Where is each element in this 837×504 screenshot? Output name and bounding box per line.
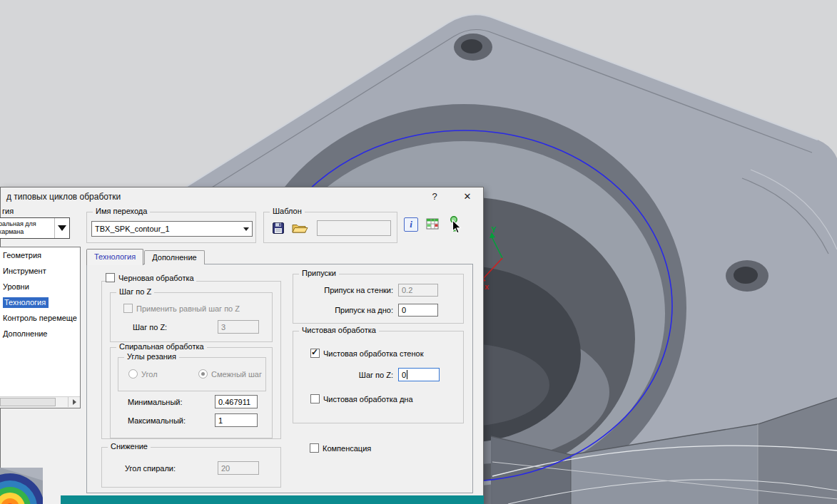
sidebar-item-addition[interactable]: Дополнение — [0, 326, 80, 341]
step-z-value: 3 — [221, 323, 225, 331]
strategy-dropdown-value: ральная для кармана — [0, 218, 54, 238]
step-z-group-label: Шаг по Z — [116, 287, 154, 296]
app-screen: Y x д типовых циклов обработки ? ✕ гия р… — [0, 0, 837, 504]
template-group: Шаблон — [263, 212, 397, 243]
adjacent-step-radio-row[interactable]: Смежный шаг — [198, 369, 262, 379]
finish-walls-checkbox-row[interactable]: Чистовая обработка стенок — [310, 349, 426, 358]
sidebar-item-motion-control[interactable]: Контроль перемеще — [0, 310, 80, 326]
combobox-arrow[interactable] — [240, 222, 252, 236]
finishing-group: Чистовая обработка Чистовая обработка ст… — [293, 331, 464, 423]
chevron-down-icon — [243, 227, 249, 231]
operation-name-group: Имя перехода TBX_SPK_contour_1 — [86, 212, 256, 243]
info-icon: i — [410, 219, 412, 230]
info-button[interactable]: i — [404, 217, 418, 232]
save-icon — [271, 221, 285, 235]
strategy-dropdown[interactable]: ральная для кармана — [0, 217, 70, 239]
status-strip — [61, 495, 484, 504]
chevron-down-icon — [58, 225, 66, 231]
angle-radio-row[interactable]: Угол — [128, 369, 158, 379]
operation-name-group-label: Имя перехода — [93, 207, 150, 215]
parameters-table-button[interactable] — [425, 216, 440, 232]
cutting-angles-group: Углы резания Угол Смежный шаг — [118, 357, 266, 391]
operation-name-combobox[interactable]: TBX_SPK_contour_1 — [91, 221, 253, 237]
adjacent-step-radio-label: Смежный шаг — [211, 370, 262, 379]
min-value: 0.467911 — [218, 398, 250, 406]
min-field[interactable]: 0.467911 — [215, 395, 258, 408]
sidebar-item-tool[interactable]: Инструмент — [0, 263, 80, 279]
spiral-angle-field[interactable]: 20 — [218, 461, 259, 475]
finishing-group-label: Чистовая обработка — [299, 326, 379, 334]
cycle-wizard-dialog: д типовых циклов обработки ? ✕ гия ральн… — [0, 187, 484, 504]
compensation-checkbox-row[interactable]: Компенсация — [310, 443, 373, 453]
bottom-allowance-field[interactable]: 0 — [398, 304, 438, 317]
load-template-button[interactable] — [291, 221, 308, 235]
close-button[interactable]: ✕ — [456, 187, 479, 205]
wall-allowance-field[interactable]: 0.2 — [398, 284, 438, 297]
simulation-preview-thumbnail — [0, 468, 43, 504]
cutting-angles-label: Углы резания — [124, 352, 179, 361]
strategy-dropdown-arrow[interactable] — [54, 218, 69, 238]
adjacent-step-radio[interactable] — [198, 369, 208, 379]
roughing-checkbox[interactable] — [106, 273, 115, 282]
descent-group: Снижение Угол спирали: 20 — [101, 447, 281, 488]
help-button[interactable]: ? — [423, 187, 446, 205]
finish-bottom-checkbox[interactable] — [310, 394, 320, 403]
max-label: Максимальный: — [128, 416, 186, 425]
template-field[interactable] — [317, 220, 391, 236]
spiral-group: Спиральная обработка Углы резания Угол С… — [110, 347, 273, 438]
technology-tab-pane: Черновая обработка Шаг по Z Применить ра… — [86, 264, 473, 493]
list-horizontal-scrollbar[interactable] — [0, 396, 80, 408]
max-value: 1 — [218, 416, 223, 425]
save-template-button[interactable] — [271, 221, 285, 235]
dialog-title: д типовых циклов обработки — [1, 192, 423, 202]
step-z-label: Шаг по Z: — [133, 323, 167, 331]
params-table-icon — [425, 216, 440, 232]
step-z-field[interactable]: 3 — [218, 320, 259, 334]
text-caret — [407, 370, 407, 379]
allowances-group-label: Припуски — [299, 269, 339, 277]
roughing-checkbox-row[interactable]: Черновая обработка — [106, 273, 196, 282]
spiral-group-label: Спиральная обработка — [116, 342, 207, 351]
sidebar-item-technology[interactable]: Технология — [0, 294, 80, 310]
finish-walls-checkbox[interactable] — [310, 349, 320, 358]
finish-walls-label: Чистовая обработка стенок — [323, 349, 424, 358]
template-group-label: Шаблон — [270, 207, 305, 215]
scroll-right-button[interactable] — [68, 397, 80, 407]
min-label: Минимальный: — [128, 398, 183, 406]
max-field[interactable]: 1 — [215, 413, 258, 427]
bottom-allowance-value: 0 — [402, 306, 406, 314]
scrollbar-thumb[interactable] — [0, 398, 56, 406]
sidebar-item-levels[interactable]: Уровни — [0, 279, 80, 294]
sidebar-item-geometry[interactable]: Геометрия — [0, 247, 80, 263]
angle-radio-label: Угол — [141, 370, 158, 379]
finish-step-z-value: 0 — [402, 371, 406, 379]
finish-step-z-field[interactable]: 0 — [398, 368, 440, 381]
tab-technology[interactable]: Технология — [86, 249, 143, 265]
operation-name-value: TBX_SPK_contour_1 — [92, 225, 240, 233]
tab-addition[interactable]: Дополнение — [144, 250, 204, 264]
dialog-titlebar[interactable]: д типовых циклов обработки ? ✕ — [1, 187, 483, 205]
equal-step-label: Применить равный шаг по Z — [136, 304, 240, 313]
axis-y-label: Y — [491, 225, 497, 234]
wizard-pages-list[interactable]: Геометрия Инструмент Уровни Технология К… — [0, 247, 81, 408]
arrow-right-icon — [73, 399, 76, 405]
finish-step-z-label: Шаг по Z: — [299, 371, 393, 379]
step-z-group: Шаг по Z Применить равный шаг по Z Шаг п… — [110, 292, 273, 342]
bottom-allowance-label: Припуск на дно: — [299, 306, 393, 314]
finish-bottom-label: Чистовая обработка дна — [323, 395, 413, 403]
compensation-checkbox[interactable] — [310, 443, 319, 453]
equal-step-checkbox[interactable] — [123, 304, 133, 313]
equal-step-checkbox-row[interactable]: Применить равный шаг по Z — [123, 304, 242, 313]
wall-allowance-value: 0.2 — [402, 286, 412, 294]
roughing-checkbox-label: Черновая обработка — [118, 274, 194, 282]
open-folder-icon — [291, 221, 308, 235]
descent-group-label: Снижение — [108, 442, 151, 451]
allowances-group: Припуски Припуск на стенки: 0.2 Припуск … — [293, 274, 464, 324]
mouse-cursor-icon — [452, 220, 462, 236]
angle-radio[interactable] — [128, 369, 138, 379]
tabstrip: Технология Дополнение — [86, 249, 206, 264]
finish-bottom-checkbox-row[interactable]: Чистовая обработка дна — [310, 394, 415, 403]
compensation-label: Компенсация — [323, 444, 371, 453]
wall-allowance-label: Припуск на стенки: — [299, 286, 393, 294]
axis-x-label: x — [485, 282, 489, 291]
